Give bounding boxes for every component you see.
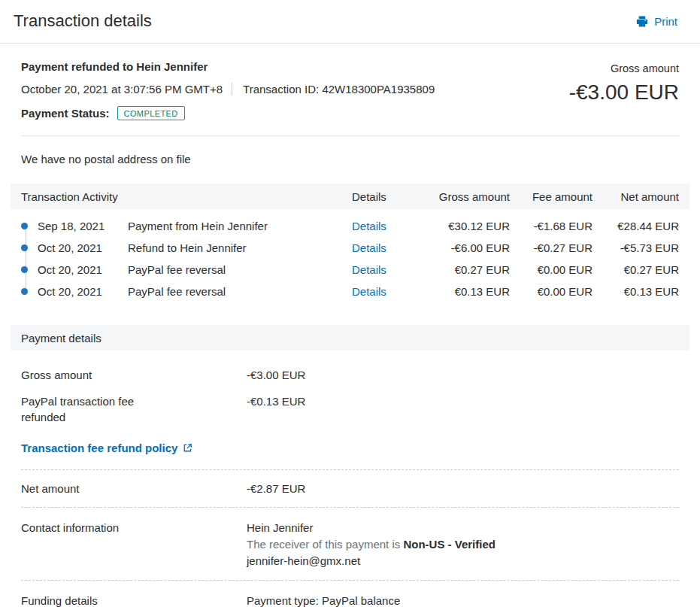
details-link[interactable]: Details <box>352 263 420 276</box>
activity-header-bar: Transaction Activity Details Gross amoun… <box>11 184 689 209</box>
net-amount-row-label: Net amount <box>21 481 164 496</box>
activity-date: Oct 20, 2021 <box>38 263 128 276</box>
contact-information-label: Contact information <box>21 520 164 536</box>
summary-right: Gross amount -€3.00 EUR <box>569 60 679 120</box>
status-badge: COMPLETED <box>117 106 185 120</box>
timeline-dot <box>21 266 38 273</box>
transaction-fee-row-label: PayPal transaction fee refunded <box>21 393 164 425</box>
transaction-fee-row-value: -€0.13 EUR <box>247 393 679 409</box>
contact-information-value: Hein Jennifer The receiver of this payme… <box>247 520 679 569</box>
details-link[interactable]: Details <box>352 220 420 232</box>
print-label: Print <box>654 15 677 28</box>
transaction-fee-row: PayPal transaction fee refunded -€0.13 E… <box>21 393 679 425</box>
table-row: Oct 20, 2021 PayPal fee reversal Details… <box>21 259 679 281</box>
payment-details-section: Payment details Gross amount -€3.00 EUR … <box>21 325 679 607</box>
table-row: Oct 20, 2021 PayPal fee reversal Details… <box>21 281 679 302</box>
activity-fee: -€0.27 EUR <box>510 241 592 254</box>
contact-information-row: Contact information Hein Jennifer The re… <box>21 520 679 569</box>
activity-net: €0.13 EUR <box>592 285 679 298</box>
transaction-fee-refund-policy-link[interactable]: Transaction fee refund policy <box>21 442 192 454</box>
funding-details-row: Funding details Payment type: PayPal bal… <box>21 593 679 607</box>
payment-details-header-bar: Payment details <box>11 325 689 351</box>
status-row: Payment Status: COMPLETED <box>21 106 435 120</box>
table-row: Sep 18, 2021 Payment from Hein Jennifer … <box>21 215 679 237</box>
column-header-fee: Fee amount <box>510 190 592 203</box>
page-title: Transaction details <box>14 11 152 31</box>
contact-email: jennifer-hein@gmx.net <box>247 553 679 569</box>
payment-details-title: Payment details <box>21 332 102 344</box>
activity-gross: €0.27 EUR <box>420 263 510 276</box>
transaction-details-page: Transaction details Print Payment refund… <box>0 0 700 607</box>
postal-note: We have no postal address on file <box>21 153 679 165</box>
gross-amount-row-label: Gross amount <box>21 367 164 383</box>
activity-header-row: Transaction Activity Details Gross amoun… <box>21 190 679 203</box>
payment-details-rows: Gross amount -€3.00 EUR PayPal transacti… <box>21 351 679 607</box>
net-amount-row-value: -€2.87 EUR <box>247 481 679 496</box>
activity-description: PayPal fee reversal <box>128 285 352 298</box>
external-link-icon <box>183 443 192 453</box>
funding-details-label: Funding details <box>21 593 164 607</box>
activity-fee: -€1.68 EUR <box>510 220 592 232</box>
gross-amount-label: Gross amount <box>569 62 679 74</box>
date-row: October 20, 2021 at 3:07:56 PM GMT+8Tran… <box>21 83 435 96</box>
gross-amount-row: Gross amount -€3.00 EUR <box>21 367 679 383</box>
contact-name: Hein Jennifer <box>247 520 679 536</box>
funding-payment-type: Payment type: PayPal balance <box>247 593 679 607</box>
contact-divider <box>21 580 679 581</box>
transaction-id: Transaction ID: 42W18300PA1935809 <box>232 83 435 96</box>
summary-section: Payment refunded to Hein Jennifer Octobe… <box>21 44 679 120</box>
printer-icon <box>635 15 649 28</box>
receiver-status: Non-US - Verified <box>403 538 495 551</box>
transaction-date: October 20, 2021 at 3:07:56 PM GMT+8 <box>21 83 223 96</box>
column-header-net: Net amount <box>592 190 679 203</box>
net-amount-divider-top <box>21 469 679 470</box>
details-link[interactable]: Details <box>352 241 420 254</box>
activity-description: Payment from Hein Jennifer <box>128 220 352 232</box>
column-header-gross: Gross amount <box>420 190 510 203</box>
activity-fee: €0.00 EUR <box>510 263 592 276</box>
top-bar: Transaction details Print <box>0 0 700 44</box>
transaction-activity-section: Transaction Activity Details Gross amoun… <box>21 184 679 310</box>
net-amount-row: Net amount -€2.87 EUR <box>21 481 679 496</box>
timeline-dot <box>21 244 38 251</box>
column-header-details: Details <box>352 190 420 203</box>
activity-description: PayPal fee reversal <box>128 263 352 276</box>
activity-date: Oct 20, 2021 <box>38 241 128 254</box>
policy-link-label: Transaction fee refund policy <box>21 442 177 454</box>
activity-body: Sep 18, 2021 Payment from Hein Jennifer … <box>21 209 679 310</box>
timeline-dot <box>21 288 38 295</box>
funding-details-value: Payment type: PayPal balance Payment met… <box>247 593 679 607</box>
print-button[interactable]: Print <box>635 15 677 28</box>
summary-left: Payment refunded to Hein Jennifer Octobe… <box>21 60 435 120</box>
receiver-status-line: The receiver of this payment is Non-US -… <box>247 536 679 553</box>
activity-title: Transaction Activity <box>21 190 352 203</box>
payment-title: Payment refunded to Hein Jennifer <box>21 60 435 73</box>
table-row: Oct 20, 2021 Refund to Hein Jennifer Det… <box>21 237 679 259</box>
activity-net: €28.44 EUR <box>592 220 679 232</box>
gross-amount-row-value: -€3.00 EUR <box>247 367 679 383</box>
activity-gross: €0.13 EUR <box>420 285 510 298</box>
gross-amount-value: -€3.00 EUR <box>569 80 679 105</box>
main-content: Payment refunded to Hein Jennifer Octobe… <box>0 44 700 607</box>
receiver-status-prefix: The receiver of this payment is <box>247 538 403 551</box>
activity-net: €0.27 EUR <box>592 263 679 276</box>
payment-status-label: Payment Status: <box>21 107 110 120</box>
activity-fee: €0.00 EUR <box>510 285 592 298</box>
activity-net: -€5.73 EUR <box>592 241 679 254</box>
timeline-dot <box>21 223 38 229</box>
activity-description: Refund to Hein Jennifer <box>128 241 352 254</box>
activity-date: Oct 20, 2021 <box>38 285 128 298</box>
activity-date: Sep 18, 2021 <box>38 220 128 232</box>
details-link[interactable]: Details <box>352 285 420 298</box>
activity-gross: €30.12 EUR <box>420 220 510 232</box>
summary-divider <box>21 135 679 136</box>
net-amount-divider-bottom <box>21 507 679 508</box>
activity-gross: -€6.00 EUR <box>420 241 510 254</box>
